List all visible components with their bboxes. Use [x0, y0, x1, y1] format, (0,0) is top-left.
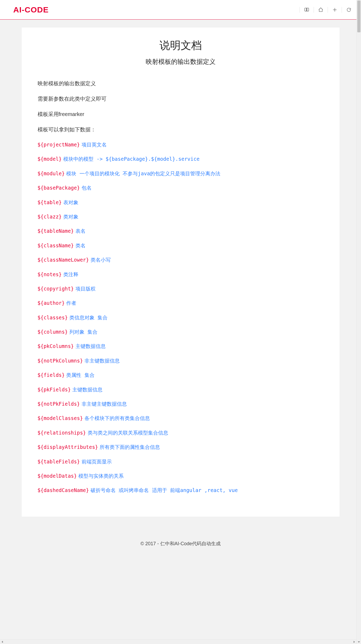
refresh-icon[interactable]: [345, 6, 353, 14]
def-key: ${author}: [38, 300, 65, 306]
scroll-right-arrow-icon[interactable]: [353, 640, 355, 644]
def-desc: 表名: [75, 228, 86, 234]
def-line: ${model}模块中的模型 -> ${basePackage}.${model…: [38, 155, 324, 163]
def-desc: 表对象: [63, 199, 78, 205]
svg-marker-3: [358, 641, 360, 643]
def-line: ${displayAttributes}所有类下面的属性集合信息: [38, 443, 324, 451]
svg-marker-4: [2, 641, 3, 643]
def-line: ${pkFields}主键数据信息: [38, 386, 324, 393]
def-key: ${classNameLower}: [38, 257, 89, 263]
def-key: ${table}: [38, 199, 62, 205]
intro-line: 模板采用freemarker: [38, 110, 324, 118]
toolbar-separator: [300, 7, 300, 13]
def-line: ${relationships}类与类之间的关联关系模型集合信息: [38, 429, 324, 437]
def-desc: 类信息对象 集合: [69, 315, 108, 320]
app-header: AI-CODE: [0, 0, 361, 20]
toolbar-separator: [328, 7, 328, 13]
def-line: ${tableFields}前端页面显示: [38, 458, 324, 466]
def-key: ${tableFields}: [38, 459, 80, 464]
def-desc: 项目版权: [75, 286, 96, 292]
footer-text: © 2017 - 仁中和AI-Code代码自动生成: [0, 533, 361, 560]
def-key: ${basePackage}: [38, 185, 80, 191]
def-desc: 类名: [75, 243, 86, 248]
def-line: ${projectName}项目英文名: [38, 141, 324, 149]
def-line: ${notPkColumns}非主键数据信息: [38, 357, 324, 365]
def-key: ${model}: [38, 156, 62, 162]
def-desc: 包名: [82, 185, 92, 191]
def-key: ${classes}: [38, 315, 68, 320]
scrollbar-thumb[interactable]: [357, 1, 360, 32]
def-desc: 类对象: [63, 214, 78, 220]
def-key: ${relationships}: [38, 430, 86, 436]
svg-marker-5: [354, 641, 355, 643]
def-desc: 所有类下面的属性集合信息: [100, 444, 160, 450]
def-desc: 前端页面显示: [82, 459, 112, 464]
horizontal-scrollbar[interactable]: [0, 639, 356, 644]
def-key: ${displayAttributes}: [38, 444, 98, 450]
def-line: ${classNameLower}类名小写: [38, 256, 324, 264]
def-key: ${columns}: [38, 329, 68, 335]
scroll-down-arrow-icon[interactable]: [357, 639, 361, 644]
def-line: ${author}作者: [38, 299, 324, 307]
def-line: ${module}模块 一个项目的模块化 不参与java的包定义只是项目管理分离…: [38, 169, 324, 177]
def-key: ${className}: [38, 243, 74, 248]
toolbar-separator: [314, 7, 314, 13]
def-line: ${table}表对象: [38, 198, 324, 206]
def-key: ${dashedCaseName}: [38, 487, 89, 493]
def-key: ${modelDatas}: [38, 473, 77, 479]
home-icon[interactable]: [317, 6, 325, 14]
def-line: ${copyright}项目版权: [38, 285, 324, 293]
def-desc: 模块 一个项目的模块化 不参与java的包定义只是项目管理分离办法: [66, 171, 220, 176]
def-line: ${basePackage}包名: [38, 184, 324, 192]
def-key: ${pkFields}: [38, 387, 71, 392]
def-key: ${fields}: [38, 372, 65, 378]
def-line: ${notPkFields}非主键主键数据信息: [38, 400, 324, 408]
scroll-left-arrow-icon[interactable]: [1, 640, 4, 644]
doc-title: 说明文档: [38, 38, 324, 53]
def-desc: 项目英文名: [82, 142, 107, 147]
def-key: ${module}: [38, 171, 65, 176]
def-desc: 各个模块下的所有类集合信息: [84, 415, 150, 421]
def-line: ${tableName}表名: [38, 227, 324, 235]
def-line: ${className}类名: [38, 241, 324, 249]
def-line: ${dashedCaseName}破折号命名 或叫烤串命名 适用于 前端angu…: [38, 486, 324, 494]
def-line: ${clazz}类对象: [38, 213, 324, 221]
def-line: ${pkColumns}主键数据信息: [38, 342, 324, 350]
def-line: ${classes}类信息对象 集合: [38, 314, 324, 321]
def-key: ${pkColumns}: [38, 343, 74, 349]
def-line: ${modelDatas}模型与实体类的关系: [38, 472, 324, 480]
header-toolbar: [297, 6, 353, 14]
def-desc: 主键数据信息: [72, 387, 102, 392]
def-desc: 类属性 集合: [66, 372, 94, 378]
book-icon[interactable]: [302, 6, 311, 14]
vertical-scrollbar[interactable]: [356, 0, 361, 644]
def-desc: 主键数据信息: [75, 343, 106, 349]
def-desc: 非主键主键数据信息: [82, 401, 127, 407]
def-key: ${clazz}: [38, 214, 62, 220]
def-desc: 模型与实体类的关系: [78, 473, 124, 479]
intro-line: 模板可以拿到如下数据：: [38, 125, 324, 134]
logo[interactable]: AI-CODE: [13, 5, 49, 14]
def-key: ${notes}: [38, 271, 62, 277]
def-line: ${columns}列对象 集合: [38, 328, 324, 336]
def-line: ${notes}类注释: [38, 270, 324, 278]
def-key: ${tableName}: [38, 228, 74, 234]
def-desc: 模块中的模型 -> ${basePackage}.${model}.servic…: [63, 156, 199, 162]
def-key: ${notPkFields}: [38, 401, 80, 407]
doc-subtitle: 映射模板的输出数据定义: [38, 57, 324, 66]
def-desc: 类与类之间的关联关系模型集合信息: [88, 430, 168, 436]
def-desc: 破折号命名 或叫烤串命名 适用于 前端angular ,react, vue: [91, 487, 238, 493]
def-line: ${modelClasses}各个模块下的所有类集合信息: [38, 414, 324, 422]
intro-line: 需要新参数在此类中定义即可: [38, 95, 324, 103]
document-card: 说明文档 映射模板的输出数据定义 映射模板的输出数据定义需要新参数在此类中定义即…: [22, 28, 340, 517]
def-key: ${modelClasses}: [38, 415, 83, 421]
def-line: ${fields}类属性 集合: [38, 371, 324, 379]
def-desc: 类名小写: [91, 257, 111, 263]
toolbar-separator: [342, 7, 342, 13]
def-desc: 作者: [66, 300, 76, 306]
plus-icon[interactable]: [331, 6, 339, 14]
def-key: ${copyright}: [38, 286, 74, 292]
def-key: ${notPkColumns}: [38, 358, 83, 364]
def-desc: 非主键数据信息: [84, 358, 120, 364]
intro-line: 映射模板的输出数据定义: [38, 79, 324, 88]
